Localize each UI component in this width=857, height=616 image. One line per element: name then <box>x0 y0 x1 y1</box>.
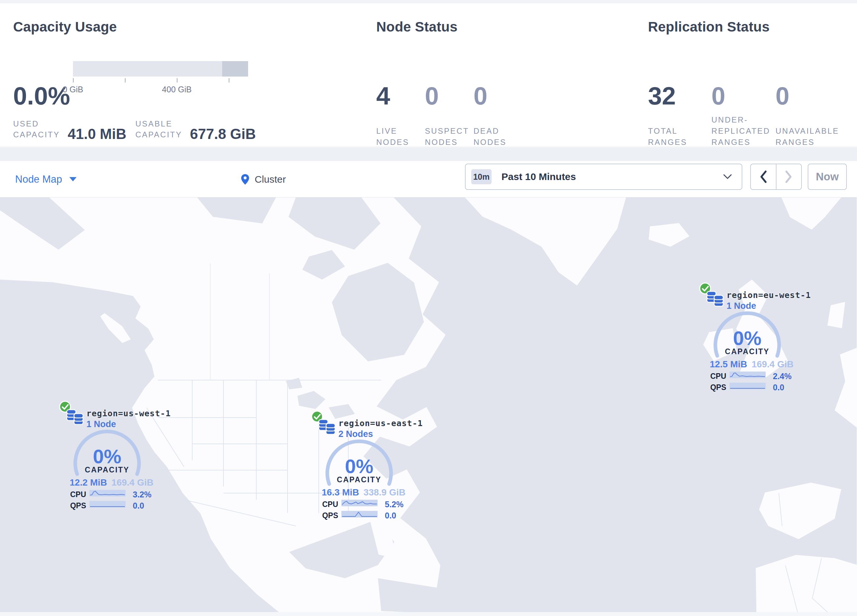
cpu-label: CPU <box>68 490 86 499</box>
cpu-sparkline <box>90 490 125 496</box>
suspect-nodes-label: SUSPECT NODES <box>425 125 469 148</box>
panel-gap <box>0 147 857 161</box>
view-selector-label: Node Map <box>15 173 62 185</box>
cpu-sparkline <box>730 372 766 378</box>
chevron-left-icon <box>759 170 767 184</box>
region-used-capacity: 12.2 MiB <box>70 477 107 488</box>
map-toolbar: Node Map Cluster 10m Past 10 Minutes Now <box>0 161 857 198</box>
used-capacity-label: USED CAPACITY <box>13 118 59 140</box>
capacity-axis-tick <box>229 78 229 82</box>
time-range-label: Past 10 Minutes <box>501 171 576 182</box>
time-step-forward-button[interactable] <box>776 164 801 189</box>
time-step-back-button[interactable] <box>751 164 776 189</box>
qps-sparkline <box>90 501 125 508</box>
region-node-count: 2 Nodes <box>339 429 373 439</box>
qps-label: QPS <box>320 511 338 520</box>
region-marker-us-east-1[interactable]: region=us-east-1 2 Nodes 0% CAPACITY 16.… <box>306 408 418 526</box>
cpu-label: CPU <box>320 500 338 509</box>
region-label: region=us-west-1 <box>87 409 171 418</box>
breadcrumb[interactable]: Cluster <box>241 161 286 198</box>
under-replicated-ranges-value: 0 <box>712 83 770 108</box>
caret-down-icon <box>69 177 77 181</box>
total-ranges-label: TOTAL RANGES <box>648 125 691 148</box>
database-nodes-icon <box>318 419 336 435</box>
now-button[interactable]: Now <box>808 164 847 190</box>
cluster-summary-panel: Capacity Usage 0.0% 0 GiB 400 GiB USED C… <box>0 3 857 147</box>
used-capacity-stat: USED CAPACITY 41.0 MiB <box>13 114 127 140</box>
live-nodes-value: 4 <box>376 83 419 108</box>
suspect-nodes-stat: 0 SUSPECT NODES <box>425 83 468 148</box>
qps-value: 0.0 <box>773 383 784 392</box>
cpu-value: 3.2% <box>133 490 152 499</box>
region-node-count: 1 Node <box>87 419 116 429</box>
capacity-usage-title: Capacity Usage <box>13 19 117 35</box>
region-marker-us-west-1[interactable]: region=us-west-1 1 Node 0% CAPACITY 12.2… <box>54 398 166 516</box>
dead-nodes-value: 0 <box>473 83 513 108</box>
region-used-capacity: 12.5 MiB <box>710 359 747 370</box>
page-top-strip <box>0 0 857 3</box>
qps-sparkline <box>730 383 766 389</box>
region-node-count: 1 Node <box>727 301 756 311</box>
unavailable-ranges-label: UNAVAILABLE RANGES <box>775 125 839 148</box>
time-range-badge: 10m <box>471 169 492 184</box>
capacity-axis-tick <box>177 78 178 82</box>
region-capacity-caption: CAPACITY <box>74 466 140 474</box>
chevron-right-icon <box>784 170 793 184</box>
breadcrumb-label: Cluster <box>255 174 286 185</box>
page-bottom-strip <box>0 612 857 616</box>
region-total-capacity: 169.4 GiB <box>752 359 794 370</box>
live-nodes-label: LIVE NODES <box>376 125 419 148</box>
qps-sparkline <box>342 511 377 517</box>
cpu-sparkline <box>342 500 377 506</box>
cpu-value: 5.2% <box>385 500 404 509</box>
region-capacity-percent: 0% <box>715 329 780 348</box>
under-replicated-ranges-label: UNDER-REPLICATED RANGES <box>712 114 770 148</box>
region-used-capacity: 16.3 MiB <box>322 487 359 498</box>
node-map: region=us-west-1 1 Node 0% CAPACITY 12.2… <box>0 198 857 616</box>
node-status-title: Node Status <box>376 19 458 35</box>
region-capacity-caption: CAPACITY <box>326 476 392 484</box>
suspect-nodes-value: 0 <box>425 83 468 108</box>
chevron-down-icon <box>723 174 732 179</box>
region-capacity-percent: 0% <box>326 457 392 476</box>
used-capacity-value: 41.0 MiB <box>68 127 127 141</box>
map-pin-icon <box>241 174 249 185</box>
replication-status-title: Replication Status <box>648 19 770 35</box>
dead-nodes-stat: 0 DEAD NODES <box>473 83 513 148</box>
under-replicated-ranges-stat: 0 UNDER-REPLICATED RANGES <box>712 83 770 148</box>
time-step-buttons <box>750 164 802 190</box>
qps-label: QPS <box>68 501 86 510</box>
capacity-bar <box>73 61 248 77</box>
total-ranges-stat: 32 TOTAL RANGES <box>648 83 691 148</box>
usable-capacity-label: USABLE CAPACITY <box>135 118 181 140</box>
region-capacity-caption: CAPACITY <box>715 347 780 356</box>
qps-label: QPS <box>708 383 726 392</box>
region-total-capacity: 338.9 GiB <box>364 487 405 498</box>
database-nodes-icon <box>66 409 84 425</box>
capacity-bar-reserved-segment <box>222 61 248 77</box>
region-label: region=eu-west-1 <box>727 290 811 300</box>
live-nodes-stat: 4 LIVE NODES <box>376 83 419 148</box>
unavailable-ranges-value: 0 <box>775 83 835 108</box>
capacity-axis-label-0: 0 GiB <box>60 85 86 94</box>
qps-value: 0.0 <box>385 511 396 520</box>
capacity-axis-tick <box>73 78 74 82</box>
region-label: region=us-east-1 <box>339 418 423 428</box>
qps-value: 0.0 <box>133 501 144 511</box>
region-marker-eu-west-1[interactable]: region=eu-west-1 1 Node 0% CAPACITY 12.5… <box>695 279 806 398</box>
total-ranges-value: 32 <box>648 83 691 108</box>
unavailable-ranges-stat: 0 UNAVAILABLE RANGES <box>775 83 835 148</box>
usable-capacity-value: 677.8 GiB <box>190 127 256 141</box>
view-selector-dropdown[interactable]: Node Map <box>15 161 77 198</box>
capacity-axis-label-400: 400 GiB <box>157 85 196 94</box>
capacity-axis-tick <box>125 78 125 82</box>
time-range-dropdown[interactable]: 10m Past 10 Minutes <box>465 164 742 190</box>
dead-nodes-label: DEAD NODES <box>473 125 513 148</box>
usable-capacity-stat: USABLE CAPACITY 677.8 GiB <box>135 114 256 140</box>
cpu-value: 2.4% <box>773 372 792 381</box>
region-total-capacity: 169.4 GiB <box>111 477 153 488</box>
database-nodes-icon <box>706 291 724 307</box>
cpu-label: CPU <box>708 372 726 381</box>
region-capacity-percent: 0% <box>74 447 140 466</box>
